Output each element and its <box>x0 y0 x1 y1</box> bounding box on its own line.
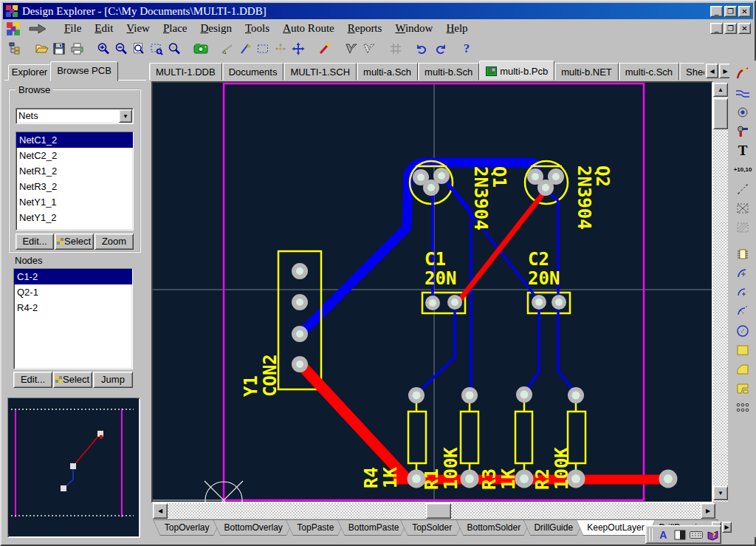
zoom-all-icon[interactable] <box>130 41 148 57</box>
menu-place[interactable]: Place <box>157 21 193 36</box>
wizard-icon[interactable] <box>316 41 334 57</box>
zoom-point-icon[interactable] <box>165 41 183 57</box>
mdi-close-button[interactable]: ✕ <box>738 23 751 34</box>
menu-help[interactable]: Help <box>439 21 474 36</box>
document-system-icon[interactable] <box>6 21 21 36</box>
menu-auto-route[interactable]: Auto Route <box>276 21 341 36</box>
tab-multi-1-ddb[interactable]: MULTI-1.DDB <box>149 63 222 81</box>
list-item-net[interactable]: NetR3_2 <box>16 179 133 194</box>
tab-multi-c-sch[interactable]: multi-c.Sch <box>619 63 679 81</box>
place-component-icon[interactable] <box>733 245 752 262</box>
zoom-in-icon[interactable] <box>94 41 112 57</box>
layer-tab-bottomoverlay[interactable]: BottomOverlay <box>213 519 294 536</box>
mdi-restore-button[interactable]: ❐ <box>724 23 737 34</box>
list-item-net[interactable]: NetY1_1 <box>16 194 133 210</box>
place-via-icon[interactable] <box>733 123 752 140</box>
close-button[interactable]: ✕ <box>738 6 751 17</box>
menu-tools[interactable]: Tools <box>238 21 276 36</box>
move-selection-icon[interactable] <box>272 41 289 57</box>
place-coordinate-icon[interactable]: +10,10 <box>733 161 752 178</box>
place-fill-hatch-icon[interactable] <box>733 219 752 236</box>
shortcut-keys-icon[interactable] <box>689 528 704 542</box>
arc-any-angle-icon[interactable] <box>733 303 752 320</box>
tab-sheet1-sch[interactable]: Sheet1.Sch <box>679 63 704 81</box>
place-dimension-icon[interactable] <box>733 180 752 197</box>
select-area-icon[interactable] <box>254 41 272 57</box>
scroll-left-icon[interactable]: ◀ <box>153 503 168 519</box>
nets-list[interactable]: NetC1_2 NetC2_2 NetR1_2 NetR3_2 NetY1_1 … <box>16 132 134 231</box>
menu-design[interactable]: Design <box>193 21 238 36</box>
vertical-scroll-thumb[interactable] <box>713 98 728 129</box>
layer-tab-keepoutlayer[interactable]: KeepOutLayer <box>576 519 656 536</box>
combo-dropdown-icon[interactable]: ▼ <box>119 109 132 123</box>
list-item-node[interactable]: C1-2 <box>14 269 132 284</box>
tab-browse-pcb[interactable]: Browse PCB <box>50 61 118 81</box>
explorer-toggle-icon[interactable] <box>6 41 24 57</box>
toggle-grid-icon[interactable] <box>387 41 405 57</box>
vertical-scrollbar[interactable]: ▲ ▼ <box>713 83 728 502</box>
list-item-node[interactable]: Q2-1 <box>14 284 132 300</box>
title-bar[interactable]: Design Explorer - [C:\My Documents\MULTI… <box>3 3 753 19</box>
full-circle-icon[interactable] <box>733 322 752 339</box>
nodes-list[interactable]: C1-2 Q2-1 R4-2 <box>13 268 133 369</box>
nets-edit-button[interactable]: Edit... <box>16 233 54 250</box>
horizontal-scrollbar[interactable]: ◀ ▶ <box>153 503 715 519</box>
arc-center-icon[interactable] <box>733 284 752 301</box>
label-c1-value[interactable]: 20N <box>425 268 456 289</box>
label-c2-value[interactable]: 20N <box>528 268 560 289</box>
tab-multi-b-net[interactable]: multi-b.NET <box>554 63 619 81</box>
layer-tab-drillguide[interactable]: DrillGuide <box>523 519 584 536</box>
scroll-right-icon[interactable]: ▶ <box>701 503 715 519</box>
menu-file[interactable]: File <box>58 21 88 36</box>
menu-edit[interactable]: Edit <box>88 21 120 36</box>
nodes-jump-button[interactable]: Jump <box>93 372 133 388</box>
nodes-edit-button[interactable]: Edit... <box>13 372 52 388</box>
list-item-net[interactable]: NetC2_2 <box>16 148 133 163</box>
tab-multi-b-pcb[interactable]: multi-b.Pcb <box>479 61 554 81</box>
polygon-outline-icon[interactable] <box>343 41 360 57</box>
browse-mode-combo[interactable]: Nets ▼ <box>16 108 134 124</box>
menu-reports[interactable]: Reports <box>341 21 389 36</box>
scroll-up-icon[interactable]: ▲ <box>713 83 728 97</box>
layer-tab-bottompaste[interactable]: BottomPaste <box>337 519 408 536</box>
place-room-icon[interactable] <box>733 199 752 216</box>
print-icon[interactable] <box>68 41 86 57</box>
tab-documents[interactable]: Documents <box>222 63 284 81</box>
list-item-net[interactable]: NetC1_2 <box>16 132 133 148</box>
restore-button[interactable]: ❐ <box>724 6 737 17</box>
scroll-down-icon[interactable]: ▼ <box>713 486 728 500</box>
screen-capture-icon[interactable] <box>192 41 210 57</box>
pcb-editor-view[interactable]: Q12N3904 Q22N3904 C1 20N C2 20N Y1CON2 R… <box>151 81 713 503</box>
system-menu-arrow-icon[interactable] <box>28 24 47 34</box>
undo-icon[interactable] <box>413 41 431 57</box>
knife-tool-icon[interactable] <box>236 41 254 57</box>
list-item-node[interactable]: R4-2 <box>14 300 132 315</box>
layer-tabs-scroll-right-icon[interactable]: ▶ <box>722 522 732 533</box>
place-string-icon[interactable]: T <box>733 142 752 159</box>
split-plane-icon[interactable] <box>733 380 752 397</box>
nets-zoom-button[interactable]: Zoom <box>94 233 134 250</box>
list-item-net[interactable]: NetR1_2 <box>16 163 133 179</box>
floating-mini-toolbar[interactable]: A ? <box>645 525 721 544</box>
layer-tab-topsolder[interactable]: TopSolder <box>400 519 464 536</box>
zoom-out-icon[interactable] <box>112 41 130 57</box>
help-icon[interactable]: ? <box>458 41 475 57</box>
nodes-select-button[interactable]: Select <box>53 372 92 388</box>
menu-window[interactable]: Window <box>388 21 439 36</box>
toolbar-grip[interactable] <box>648 528 653 541</box>
tab-multi-b-sch[interactable]: multi-b.Sch <box>418 63 479 81</box>
move-tool-icon[interactable] <box>289 41 307 57</box>
open-document-icon[interactable] <box>32 41 50 57</box>
help-book-icon[interactable]: ? <box>706 528 721 542</box>
place-pad-icon[interactable] <box>733 103 752 120</box>
label-r3[interactable]: R31K <box>479 468 519 490</box>
menu-view[interactable]: View <box>120 21 157 36</box>
board-minimap[interactable] <box>7 397 140 538</box>
layer-tab-toppaste[interactable]: TopPaste <box>286 519 346 536</box>
label-c1-ref[interactable]: C1 <box>425 249 446 270</box>
label-r4[interactable]: R41K <box>361 467 401 488</box>
arc-edge-icon[interactable] <box>733 265 752 281</box>
label-c2-ref[interactable]: C2 <box>528 249 549 270</box>
polygon-plane-icon[interactable] <box>733 361 752 378</box>
layer-tab-topoverlay[interactable]: TopOverlay <box>153 519 221 536</box>
